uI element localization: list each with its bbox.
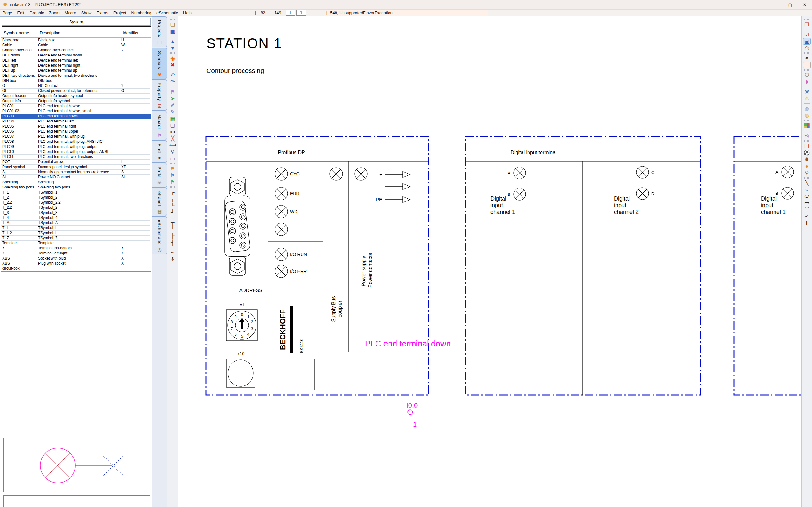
table-row[interactable]: PLC01.02 PLC end terminal bitwise, small bbox=[1, 109, 151, 114]
table-row[interactable]: Output info Output info symbol bbox=[1, 99, 151, 104]
potential-icon[interactable]: ⊶ bbox=[169, 128, 176, 135]
table-row[interactable]: Sheilding Sheilding bbox=[1, 180, 151, 185]
table-row[interactable]: T_Z TSymbol_Z bbox=[1, 236, 151, 241]
page-number-box[interactable]: 1 bbox=[286, 10, 295, 15]
table-row[interactable]: Output header Output info header symbol bbox=[1, 94, 151, 99]
tee-right-icon[interactable]: ├ bbox=[169, 232, 176, 239]
grip[interactable] bbox=[170, 52, 175, 54]
table-row[interactable]: Template Template bbox=[1, 241, 151, 246]
table-row[interactable]: T_2.2 TSymbol_2.2 bbox=[1, 200, 151, 205]
bulb-on-icon[interactable]: ◍ bbox=[803, 112, 811, 119]
tab-find[interactable]: Find ⚭ bbox=[152, 140, 167, 163]
cut-icon[interactable]: ╳ bbox=[169, 135, 176, 142]
page-up-icon[interactable]: ▲ bbox=[169, 38, 176, 45]
grip[interactable] bbox=[804, 69, 809, 71]
table-row[interactable]: XBS Socket with plug X bbox=[1, 256, 151, 261]
table-row[interactable]: Panel symbol Dummy panel design symbol X… bbox=[1, 165, 151, 170]
table-row[interactable]: OL Closed power contact, for reference O bbox=[1, 89, 151, 94]
arc-tool-icon[interactable]: ⌒ bbox=[803, 206, 811, 213]
zoom-small-icon[interactable]: ⚲ bbox=[803, 169, 811, 176]
menu-item[interactable]: eSchematic bbox=[154, 10, 181, 15]
table-row[interactable]: PLC06 PLC end terminal upper bbox=[1, 129, 151, 134]
table-row[interactable]: SL Power NO Contact SL bbox=[1, 175, 151, 180]
grip[interactable] bbox=[804, 19, 809, 20]
menu-item[interactable]: Edit bbox=[15, 10, 27, 15]
table-row[interactable]: T_4 TSymbol_4 bbox=[1, 215, 151, 221]
x1-pointer[interactable] bbox=[239, 318, 245, 322]
schematic-canvas[interactable]: STATION 1 Contour processing Profibus DP bbox=[178, 16, 801, 507]
menu-item[interactable]: Project bbox=[111, 10, 128, 15]
forward-arrow-icon[interactable]: ➤ bbox=[169, 95, 176, 102]
grip[interactable] bbox=[804, 120, 809, 121]
table-row[interactable]: T_L TSymbol_L bbox=[1, 226, 151, 231]
corner-3-icon[interactable]: └ bbox=[169, 202, 176, 209]
grip[interactable] bbox=[804, 140, 809, 142]
edit-connection-icon[interactable]: ✐ bbox=[169, 102, 176, 109]
football-icon[interactable]: ⬮ bbox=[803, 156, 811, 163]
circle-tool-icon[interactable]: ○ bbox=[803, 186, 811, 193]
menu-item[interactable]: Macro bbox=[62, 10, 79, 15]
symbols-feed-icon[interactable]: ◉ bbox=[169, 55, 176, 62]
parts-icon[interactable]: ⛁ bbox=[803, 72, 811, 78]
report-icon[interactable]: ❏ bbox=[803, 143, 811, 150]
table-row[interactable]: POT Potential arrow L bbox=[1, 160, 151, 165]
table-row[interactable]: T_L.2 TSymbol_L bbox=[1, 231, 151, 236]
tab-projects[interactable]: Projects ❏ bbox=[152, 16, 167, 47]
flag-icon[interactable]: ⚑ bbox=[169, 89, 176, 95]
table-row[interactable]: circuit-box bbox=[1, 266, 151, 271]
ellipse-tool-icon[interactable]: ⬭ bbox=[803, 193, 811, 200]
paste-page-icon[interactable]: ⎘ bbox=[803, 133, 811, 139]
grip[interactable] bbox=[170, 163, 175, 164]
table-row[interactable]: DET up Device end terminal up bbox=[1, 68, 151, 73]
grip[interactable] bbox=[804, 177, 809, 179]
separator[interactable] bbox=[169, 217, 176, 217]
table-row[interactable]: Cable Cable W bbox=[1, 43, 151, 48]
table-row[interactable]: Black box Black box U bbox=[1, 38, 151, 43]
color-swatch[interactable] bbox=[803, 62, 811, 68]
table-row[interactable]: DIN box DIN box bbox=[1, 78, 151, 83]
menu-item[interactable]: Show bbox=[79, 10, 94, 15]
table-row[interactable]: PLC09 PLC end terminal, with plug, outpu… bbox=[1, 145, 151, 150]
basketball-icon[interactable]: ● bbox=[803, 163, 811, 169]
bulb-off-icon[interactable]: ◍ bbox=[803, 105, 811, 112]
flag-orange-icon[interactable]: ⚑ bbox=[169, 165, 176, 172]
dimension-icon[interactable]: ⟷ bbox=[169, 142, 176, 149]
flag-green-icon[interactable]: ⚑ bbox=[169, 179, 176, 185]
close-button[interactable]: ✕ bbox=[797, 0, 812, 9]
redo-icon[interactable]: ↷ bbox=[169, 78, 176, 85]
tab-parts[interactable]: Parts ⛁ bbox=[152, 163, 167, 187]
tee-up-icon[interactable]: ┴ bbox=[169, 226, 176, 232]
rect-tool-icon[interactable]: ▭ bbox=[803, 200, 811, 206]
undo-icon[interactable]: ↶ bbox=[169, 72, 176, 78]
profibus-module-box[interactable]: Profibus DP bbox=[206, 137, 429, 395]
polyline-tool-icon[interactable]: ✓ bbox=[803, 213, 811, 220]
menu-item[interactable]: Extras bbox=[94, 10, 111, 15]
separator[interactable] bbox=[169, 70, 176, 70]
table-row[interactable]: Change-over-con... Change-over-contact ? bbox=[1, 48, 151, 53]
new-page-icon[interactable]: ❏ bbox=[169, 21, 176, 28]
tag-icon[interactable]: ⧫ bbox=[803, 78, 811, 85]
binoculars-icon[interactable]: ⚭ bbox=[803, 55, 811, 62]
palette-icon[interactable] bbox=[804, 123, 810, 128]
zoom-icon[interactable]: ⚲ bbox=[169, 149, 176, 155]
flag-blue-icon[interactable]: ⚑ bbox=[169, 172, 176, 179]
tab-epanel[interactable]: ePanel ▦ bbox=[152, 188, 167, 216]
settings-wrench-icon[interactable]: ⚒ bbox=[803, 89, 811, 95]
window-icon[interactable]: ▭ bbox=[169, 155, 176, 162]
table-row[interactable]: DET, two directions Device end terminal,… bbox=[1, 73, 151, 78]
table-row[interactable]: PLC08 PLC end terminal, with plug, ANSI-… bbox=[1, 139, 151, 145]
corner-2-icon[interactable]: ┐ bbox=[169, 195, 176, 202]
tab-eschematic[interactable]: eSchematic ◎ bbox=[152, 216, 167, 255]
separator[interactable] bbox=[169, 36, 176, 37]
separator[interactable] bbox=[169, 87, 176, 87]
edit-connection-small-icon[interactable]: ✎ bbox=[169, 109, 176, 115]
table-row[interactable]: DET left Device end terminal left bbox=[1, 58, 151, 63]
structure-icon[interactable]: ▦ bbox=[169, 115, 176, 122]
corner-4-icon[interactable]: ┘ bbox=[169, 209, 176, 215]
checklist-icon[interactable]: ☑ bbox=[803, 32, 811, 38]
menu-item[interactable]: Zoom bbox=[46, 10, 62, 15]
save-icon[interactable]: ▣ bbox=[169, 28, 176, 35]
right-partial-box[interactable]: A B Digital input channel 1 bbox=[734, 137, 801, 395]
table-row[interactable]: DET right Device end terminal right bbox=[1, 63, 151, 68]
digital-input-box[interactable]: Digital input terminal A B C D Digital i… bbox=[466, 137, 700, 395]
